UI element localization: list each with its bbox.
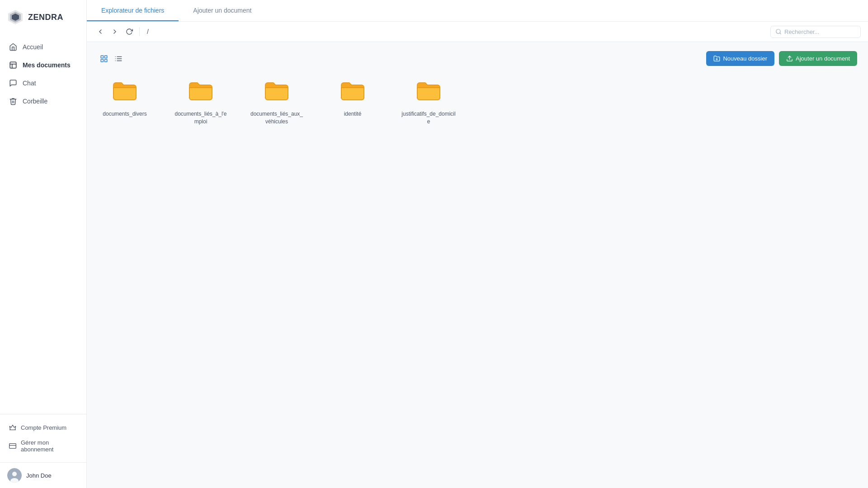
compte-premium-label: Compte Premium [21, 424, 66, 431]
toolbar-separator [139, 27, 140, 36]
chat-icon [9, 79, 17, 87]
top-tabs: Explorateur de fichiers Ajouter un docum… [87, 0, 868, 22]
back-button[interactable] [94, 25, 107, 38]
trash-icon [9, 97, 17, 105]
folder-name: documents_liés_aux_véhicules [250, 110, 304, 126]
search-input[interactable] [784, 28, 856, 35]
folder-icon [339, 77, 366, 106]
forward-button[interactable] [108, 25, 121, 38]
svg-rect-15 [101, 59, 103, 61]
document-icon [9, 61, 17, 69]
folder-icon [111, 77, 138, 106]
search-icon [775, 28, 782, 35]
folder-name: identité [344, 110, 362, 118]
folder-icon [415, 77, 442, 106]
folder-item-documents-lies-vehicules[interactable]: documents_liés_aux_véhicules [250, 77, 304, 126]
svg-rect-3 [10, 62, 16, 68]
refresh-icon [126, 28, 133, 35]
add-document-button[interactable]: Ajouter un document [779, 51, 857, 66]
sidebar-item-accueil[interactable]: Accueil [0, 38, 86, 56]
compte-premium[interactable]: Compte Premium [0, 420, 86, 435]
svg-rect-13 [101, 56, 103, 58]
gerer-abonnement[interactable]: Gérer mon abonnement [0, 435, 86, 457]
grid-icon [100, 55, 108, 63]
upload-icon [786, 55, 793, 62]
sidebar-label-accueil: Accueil [23, 43, 43, 51]
svg-rect-16 [105, 59, 107, 61]
folder-icon [187, 77, 214, 106]
folder-item-documents-divers[interactable]: documents_divers [98, 77, 152, 126]
gerer-abonnement-label: Gérer mon abonnement [21, 439, 77, 453]
svg-line-12 [780, 33, 781, 34]
toolbar: / [87, 22, 868, 42]
folder-item-documents-lies-emploi[interactable]: documents_liés_à_l'emploi [174, 77, 228, 126]
tab-explorateur[interactable]: Explorateur de fichiers [87, 0, 179, 21]
sidebar-label-corbeille: Corbeille [23, 98, 47, 105]
sidebar-item-chat[interactable]: Chat [0, 74, 86, 92]
user-profile[interactable]: John Doe [0, 462, 86, 488]
current-path: / [143, 26, 152, 37]
svg-rect-6 [9, 444, 16, 449]
list-view-button[interactable] [112, 52, 125, 65]
folder-name: documents_liés_à_l'emploi [174, 110, 228, 126]
arrow-left-icon [97, 28, 104, 35]
folder-plus-icon [713, 55, 720, 62]
main-content: Explorateur de fichiers Ajouter un docum… [87, 0, 868, 488]
crown-icon [9, 424, 16, 431]
arrow-right-icon [111, 28, 118, 35]
user-name: John Doe [26, 472, 52, 479]
sidebar-item-corbeille[interactable]: Corbeille [0, 92, 86, 110]
home-icon [9, 43, 17, 51]
grid-view-button[interactable] [98, 52, 110, 65]
folder-item-identite[interactable]: identité [326, 77, 380, 126]
avatar [7, 468, 22, 483]
refresh-button[interactable] [123, 25, 136, 38]
list-icon [114, 55, 123, 63]
search-box[interactable] [770, 26, 861, 38]
logo[interactable]: ZENDRA [0, 0, 86, 34]
new-folder-button[interactable]: Nouveau dossier [706, 51, 774, 66]
sidebar-label-mes-documents: Mes documents [23, 61, 71, 69]
app-name: ZENDRA [28, 13, 63, 22]
file-explorer-content: Nouveau dossier Ajouter un document docu… [87, 42, 868, 488]
folder-name: justificatifs_de_domicile [401, 110, 456, 126]
view-toggle [98, 52, 125, 65]
content-actions: Nouveau dossier Ajouter un document [706, 51, 857, 66]
folder-icon [263, 77, 290, 106]
folder-grid: documents_divers documents_liés_à_l'empl… [98, 77, 857, 126]
sidebar: ZENDRA Accueil Mes documents Chat Corbei… [0, 0, 87, 488]
sidebar-label-chat: Chat [23, 80, 36, 87]
zendra-logo-icon [7, 9, 24, 25]
sidebar-bottom: Compte Premium Gérer mon abonnement [0, 414, 86, 462]
content-header: Nouveau dossier Ajouter un document [98, 51, 857, 66]
credit-card-icon [9, 442, 16, 450]
tab-ajouter-document[interactable]: Ajouter un document [179, 0, 266, 21]
folder-name: documents_divers [103, 110, 146, 118]
svg-rect-14 [105, 56, 107, 58]
svg-point-9 [12, 472, 17, 476]
folder-item-justificatifs-domicile[interactable]: justificatifs_de_domicile [401, 77, 456, 126]
main-nav: Accueil Mes documents Chat Corbeille [0, 34, 86, 414]
sidebar-item-mes-documents[interactable]: Mes documents [0, 56, 86, 74]
